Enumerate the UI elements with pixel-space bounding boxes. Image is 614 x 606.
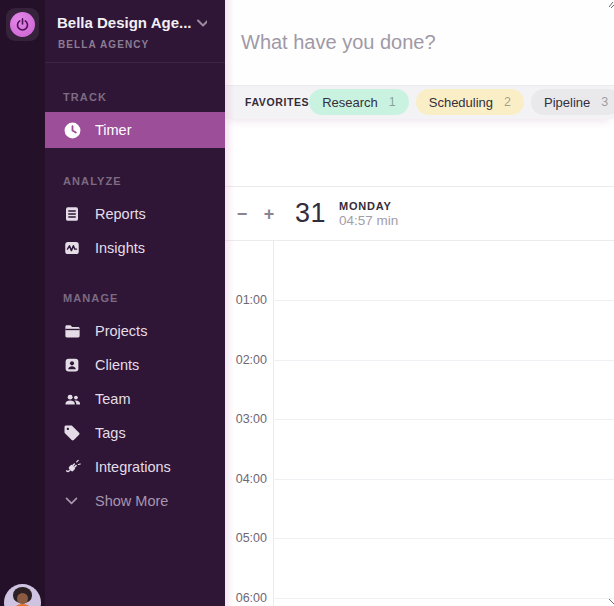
- sidebar-item-label: Tags: [95, 425, 126, 441]
- section-label-manage: MANAGE: [63, 292, 225, 306]
- favorite-pill-pipeline[interactable]: Pipeline 3: [531, 89, 614, 115]
- corner-artifact: [606, 0, 614, 8]
- day-number[interactable]: 31: [295, 198, 326, 229]
- sidebar-item-label: Clients: [95, 357, 139, 373]
- power-icon: [10, 12, 35, 37]
- favorite-pill-research[interactable]: Research 1: [309, 89, 409, 115]
- sidebar-item-label: Team: [95, 391, 130, 407]
- day-timeline[interactable]: 01:00 02:00 03:00 04:00 05:00 06:00: [225, 241, 614, 606]
- hour-gridline: [274, 360, 614, 361]
- hour-gridline: [274, 300, 614, 301]
- people-icon: [63, 390, 82, 409]
- hour-gridline: [274, 538, 614, 539]
- pill-label: Research: [322, 95, 378, 110]
- favorites-bar: FAVORITES Research 1 Scheduling 2 Pipeli…: [225, 85, 614, 119]
- sidebar-item-timer[interactable]: Timer: [45, 112, 225, 148]
- power-button[interactable]: [6, 8, 39, 41]
- sidebar-item-label: Projects: [95, 323, 147, 339]
- sidebar-item-label: Integrations: [95, 459, 171, 475]
- hour-gridline: [274, 419, 614, 420]
- person-badge-icon: [63, 356, 82, 375]
- sidebar-item-show-more[interactable]: Show More: [45, 484, 225, 518]
- pill-shortcut-number: 2: [504, 95, 511, 109]
- main-panel: FAVORITES Research 1 Scheduling 2 Pipeli…: [225, 0, 614, 606]
- user-avatar[interactable]: [4, 584, 41, 606]
- entry-input[interactable]: [225, 31, 614, 54]
- sidebar-item-reports[interactable]: Reports: [45, 197, 225, 231]
- time-entry-bar: [225, 0, 614, 85]
- sidebar-item-team[interactable]: Team: [45, 382, 225, 416]
- folder-icon: [63, 322, 82, 341]
- pill-shortcut-number: 1: [389, 95, 396, 109]
- corner-artifact: [606, 598, 614, 606]
- hour-label: 05:00: [225, 530, 267, 546]
- hour-label: 06:00: [225, 590, 267, 606]
- clock-icon: [63, 121, 82, 140]
- pulse-chart-icon: [63, 239, 82, 258]
- sidebar-item-label: Reports: [95, 206, 146, 222]
- hour-gridline: [274, 598, 614, 599]
- spacer: [225, 119, 614, 186]
- hour-label: 03:00: [225, 411, 267, 427]
- sidebar-item-label: Timer: [95, 122, 132, 138]
- hour-label: 01:00: [225, 292, 267, 308]
- section-label-analyze: ANALYZE: [63, 175, 225, 189]
- chevron-down-icon: [63, 492, 82, 511]
- day-weekday: MONDAY: [339, 200, 398, 212]
- pill-label: Scheduling: [429, 95, 493, 110]
- workspace-subtitle: BELLA AGENCY: [58, 39, 149, 50]
- hour-label: 04:00: [225, 471, 267, 487]
- section-label-track: TRACK: [63, 91, 225, 105]
- report-doc-icon: [63, 205, 82, 224]
- favorite-pill-scheduling[interactable]: Scheduling 2: [416, 89, 524, 115]
- timeline-zoom-in-button[interactable]: +: [259, 202, 279, 226]
- plug-icon: [63, 458, 82, 477]
- favorites-label: FAVORITES: [245, 96, 309, 108]
- pill-shortcut-number: 3: [601, 95, 608, 109]
- workspace-switcher[interactable]: Bella Design Age...: [57, 14, 207, 31]
- day-header: − + 31 MONDAY 04:57 min: [225, 186, 614, 241]
- sidebar-item-tags[interactable]: Tags: [45, 416, 225, 450]
- timeline-zoom-out-button[interactable]: −: [232, 202, 252, 226]
- hour-gridline: [274, 479, 614, 480]
- app-rail: [0, 0, 45, 606]
- sidebar-item-label: Insights: [95, 240, 145, 256]
- tag-icon: [63, 424, 82, 443]
- sidebar-item-label: Show More: [95, 493, 168, 509]
- day-total-time: 04:57 min: [339, 213, 398, 228]
- hour-label: 02:00: [225, 352, 267, 368]
- day-info: MONDAY 04:57 min: [339, 200, 398, 228]
- workspace-header: Bella Design Age... BELLA AGENCY: [45, 0, 225, 63]
- timeline-axis-line: [273, 241, 274, 606]
- sidebar-item-clients[interactable]: Clients: [45, 348, 225, 382]
- sidebar-item-insights[interactable]: Insights: [45, 231, 225, 265]
- workspace-title: Bella Design Age...: [57, 14, 191, 31]
- sidebar-item-integrations[interactable]: Integrations: [45, 450, 225, 484]
- sidebar-item-projects[interactable]: Projects: [45, 314, 225, 348]
- sidebar: Bella Design Age... BELLA AGENCY TRACK T…: [45, 0, 225, 606]
- chevron-down-icon: [197, 19, 207, 27]
- pill-label: Pipeline: [544, 95, 590, 110]
